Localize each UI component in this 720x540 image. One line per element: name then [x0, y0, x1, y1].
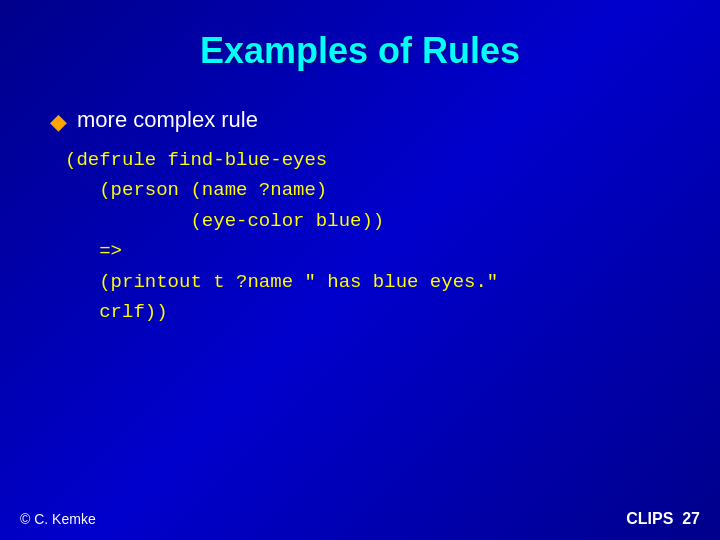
slide: Examples of Rules ◆ more complex rule (d…	[0, 0, 720, 540]
code-line-3: (eye-color blue))	[65, 206, 670, 236]
code-block: (defrule find-blue-eyes (person (name ?n…	[65, 145, 670, 327]
code-line-6: crlf))	[65, 297, 670, 327]
footer: © C. Kemke CLIPS 27	[0, 510, 720, 528]
code-line-2: (person (name ?name)	[65, 175, 670, 205]
slide-title: Examples of Rules	[50, 30, 670, 72]
copyright-text: © C. Kemke	[20, 511, 96, 527]
bullet-text: more complex rule	[77, 107, 258, 133]
code-line-4: =>	[65, 236, 670, 266]
code-line-5: (printout t ?name " has blue eyes."	[65, 267, 670, 297]
code-line-1: (defrule find-blue-eyes	[65, 145, 670, 175]
bullet-icon: ◆	[50, 109, 67, 135]
content-area: ◆ more complex rule (defrule find-blue-e…	[50, 107, 670, 327]
clips-brand: CLIPS 27	[626, 510, 700, 528]
bullet-item: ◆ more complex rule	[50, 107, 670, 135]
